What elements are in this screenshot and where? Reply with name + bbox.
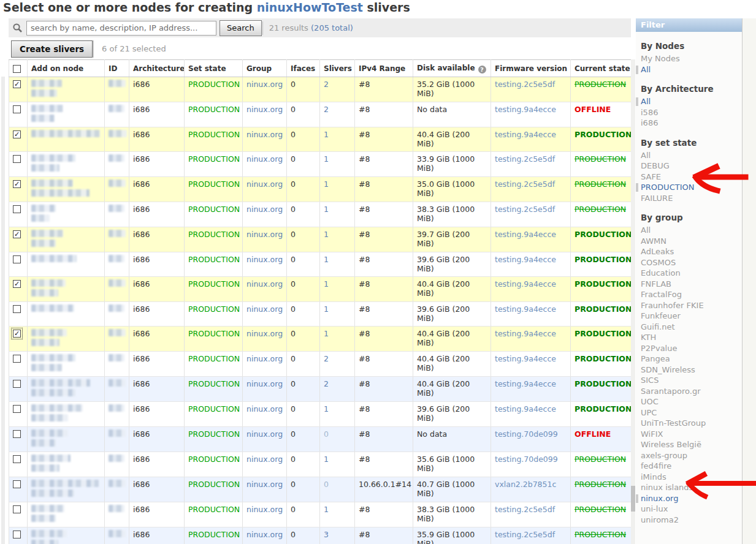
group-link[interactable]: ninux.org [246, 455, 283, 464]
group-link[interactable]: ninux.org [246, 505, 283, 514]
firmware-version-link[interactable]: testing.9a4ecce [495, 379, 556, 388]
group-link[interactable]: ninux.org [246, 329, 283, 338]
firmware-version-link[interactable]: testing.70de099 [495, 429, 558, 439]
row-checkbox[interactable] [13, 355, 21, 363]
filter-item-all[interactable]: All [636, 96, 742, 107]
create-slivers-button[interactable]: Create slivers [11, 40, 93, 58]
slivers-link[interactable]: 2 [324, 80, 329, 89]
slivers-link[interactable]: 3 [324, 530, 329, 539]
firmware-version-link[interactable]: testing.2c5e5df [495, 154, 555, 164]
group-link[interactable]: ninux.org [246, 429, 283, 439]
filter-item-fed4fire[interactable]: fed4fire [636, 461, 742, 472]
filter-item-uniroma2[interactable]: uniroma2 [636, 515, 742, 526]
row-checkbox[interactable] [13, 480, 21, 488]
slivers-link[interactable]: 1 [324, 154, 329, 164]
firmware-version-link[interactable]: testing.2c5e5df [495, 179, 555, 189]
group-link[interactable]: ninux.org [246, 80, 283, 89]
filter-item-adleaks[interactable]: AdLeaks [636, 246, 742, 257]
row-checkbox[interactable]: ✓ [13, 80, 21, 88]
firmware-version-link[interactable]: testing.9a4ecce [495, 279, 556, 289]
filter-item-failure[interactable]: FAILURE [636, 193, 742, 204]
slivers-link[interactable]: 1 [324, 255, 329, 264]
firmware-version-link[interactable]: testing.9a4ecce [495, 130, 556, 139]
firmware-version-link[interactable]: testing.2c5e5df [495, 80, 555, 89]
search-button[interactable]: Search [220, 20, 262, 36]
filter-item-cosmos[interactable]: COSMOS [636, 257, 742, 268]
group-link[interactable]: ninux.org [246, 379, 283, 388]
slivers-link[interactable]: 1 [324, 130, 329, 139]
group-link[interactable]: ninux.org [246, 230, 283, 239]
slivers-link[interactable]: 1 [324, 230, 329, 239]
slivers-link[interactable]: 0 [324, 429, 329, 439]
firmware-version-link[interactable]: testing.70de099 [495, 455, 558, 464]
firmware-version-link[interactable]: vxlan2.2b7851c [495, 480, 556, 489]
scrollbar-thumb[interactable] [631, 486, 635, 512]
filter-item-p2pvalue[interactable]: P2Pvalue [636, 343, 742, 354]
row-checkbox[interactable] [13, 105, 21, 113]
row-checkbox[interactable] [13, 305, 21, 313]
filter-item-fractalfog[interactable]: FractalFog [636, 289, 742, 300]
filter-item-awmn[interactable]: AWMN [636, 236, 742, 247]
filter-item-fraunhofer-fkie[interactable]: Fraunhofer FKIE [636, 300, 742, 311]
firmware-version-link[interactable]: testing.2c5e5df [495, 530, 555, 539]
slivers-link[interactable]: 2 [324, 379, 329, 388]
group-link[interactable]: ninux.org [246, 279, 283, 289]
filter-item-all[interactable]: All [636, 150, 742, 161]
select-all-checkbox[interactable] [13, 65, 21, 73]
filter-item-pangea[interactable]: Pangea [636, 353, 742, 365]
group-link[interactable]: ninux.org [246, 179, 283, 189]
group-link[interactable]: ninux.org [246, 354, 283, 363]
row-checkbox[interactable]: ✓ [13, 180, 21, 188]
firmware-version-link[interactable]: testing.9a4ecce [495, 404, 556, 414]
row-checkbox[interactable] [13, 531, 21, 538]
filter-item-production[interactable]: PRODUCTION [636, 182, 742, 193]
group-link[interactable]: ninux.org [246, 255, 283, 264]
search-input[interactable] [26, 21, 216, 36]
filter-item-uni-lux[interactable]: uni-lux [636, 504, 742, 515]
row-checkbox[interactable]: ✓ [13, 130, 21, 138]
filter-item-i586[interactable]: i586 [636, 107, 742, 118]
slivers-link[interactable]: 1 [324, 455, 329, 464]
group-link[interactable]: ninux.org [246, 154, 283, 164]
row-checkbox[interactable] [13, 255, 21, 263]
group-link[interactable]: ninux.org [246, 130, 283, 139]
slivers-link[interactable]: 1 [324, 179, 329, 189]
slivers-link[interactable]: 1 [324, 329, 329, 338]
filter-item-safe[interactable]: SAFE [636, 172, 742, 183]
firmware-version-link[interactable]: testing.2c5e5df [495, 205, 555, 214]
filter-item-education[interactable]: Education [636, 268, 742, 279]
group-link[interactable]: ninux.org [246, 404, 283, 414]
group-link[interactable]: ninux.org [246, 205, 283, 214]
filter-item-guifi-net[interactable]: Guifi.net [636, 322, 742, 333]
filter-item-my-nodes[interactable]: My Nodes [636, 53, 742, 64]
filter-item-uoc[interactable]: UOC [636, 396, 742, 407]
filter-item-ninux-islands[interactable]: ninux islands [636, 482, 742, 493]
slivers-link[interactable]: 1 [324, 205, 329, 214]
firmware-version-link[interactable]: testing.9a4ecce [495, 304, 556, 314]
row-checkbox[interactable]: ✓ [13, 330, 21, 338]
slivers-link[interactable]: 2 [324, 105, 329, 114]
filter-item-fnflab[interactable]: FNFLAB [636, 279, 742, 290]
filter-item-wireless-belgi-[interactable]: Wireless België [636, 439, 742, 450]
slivers-link[interactable]: 1 [324, 304, 329, 314]
row-checkbox[interactable] [13, 455, 21, 463]
filter-item-sics[interactable]: SICS [636, 375, 742, 386]
row-checkbox[interactable] [13, 380, 21, 388]
filter-item-iminds[interactable]: iMinds [636, 472, 742, 483]
firmware-version-link[interactable]: testing.9a4ecce [495, 329, 556, 338]
group-link[interactable]: ninux.org [246, 530, 283, 539]
filter-item-kth[interactable]: KTH [636, 332, 742, 343]
filter-item-debug[interactable]: DEBUG [636, 161, 742, 172]
filter-item-sarantaporo-gr[interactable]: Sarantaporo.gr [636, 386, 742, 397]
firmware-version-link[interactable]: testing.9a4ecce [495, 354, 556, 363]
row-checkbox[interactable]: ✓ [13, 280, 21, 288]
filter-item-sdn-wireless[interactable]: SDN_Wireless [636, 365, 742, 376]
filter-item-unitn-testgroup[interactable]: UniTn-TestGroup [636, 418, 742, 429]
row-checkbox[interactable] [13, 505, 21, 513]
group-link[interactable]: ninux.org [246, 480, 283, 489]
filter-item-all[interactable]: All [636, 64, 742, 75]
slivers-link[interactable]: 1 [324, 279, 329, 289]
filter-item-ninux-org[interactable]: ninux.org [636, 493, 742, 504]
filter-item-all[interactable]: All [636, 225, 742, 236]
row-checkbox[interactable] [13, 205, 21, 213]
